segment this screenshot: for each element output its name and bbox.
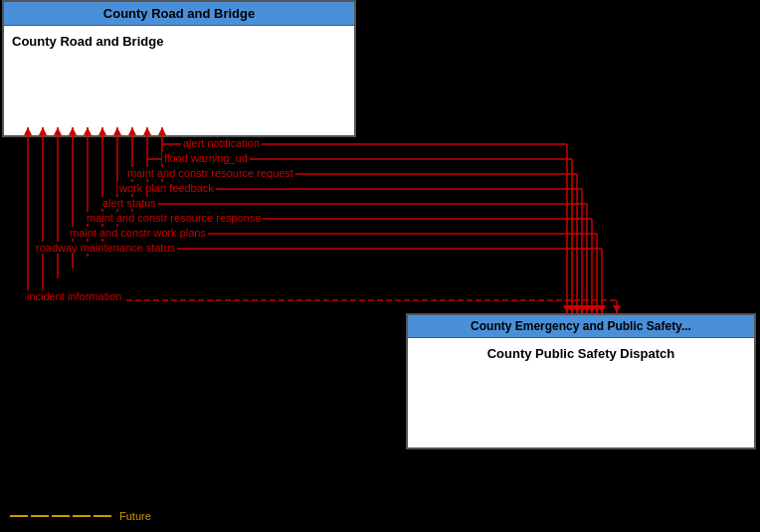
svg-marker-36 [578,305,586,313]
svg-marker-30 [563,305,571,313]
legend-dash-5 [94,515,111,517]
box-county-road-header: County Road and Bridge [4,2,354,26]
svg-marker-34 [573,305,581,313]
legend-dash-3 [52,515,70,517]
label-maint-constr-response: maint and constr resource response [85,212,263,224]
box-county-emergency: County Emergency and Public Safety... Co… [406,313,756,449]
svg-marker-46 [613,305,621,313]
legend-future-label: Future [119,510,151,522]
label-flood-warning: flood warning_ud [162,152,250,164]
label-incident-information: incident information [25,290,123,302]
legend-dash-2 [31,515,49,517]
label-maint-constr-request: maint and constr resource request [125,167,295,179]
box-county-emergency-body: County Public Safety Dispatch [408,338,754,447]
svg-marker-38 [583,305,591,313]
svg-marker-44 [598,305,606,313]
box-county-emergency-title: County Public Safety Dispatch [487,346,675,361]
label-alert-notification: alert notification [181,137,262,149]
legend-dashes [10,515,111,517]
svg-marker-32 [568,305,576,313]
label-alert-status: alert status [100,197,158,209]
legend-dash-1 [10,515,28,517]
svg-marker-42 [593,305,601,313]
box-county-road-body: County Road and Bridge [4,26,354,135]
label-maint-constr-work-plans: maint and constr work plans [68,227,208,239]
label-work-plan-feedback: work plan feedback [117,182,216,194]
svg-marker-40 [588,305,596,313]
legend-dash-4 [73,515,91,517]
legend: Future [10,510,151,522]
box-county-road: County Road and Bridge County Road and B… [2,0,356,137]
box-county-emergency-header: County Emergency and Public Safety... [408,315,754,338]
diagram-container: County Road and Bridge County Road and B… [0,0,760,532]
label-roadway-maintenance: roadway maintenance status [34,242,177,254]
box-county-road-title: County Road and Bridge [12,34,163,49]
